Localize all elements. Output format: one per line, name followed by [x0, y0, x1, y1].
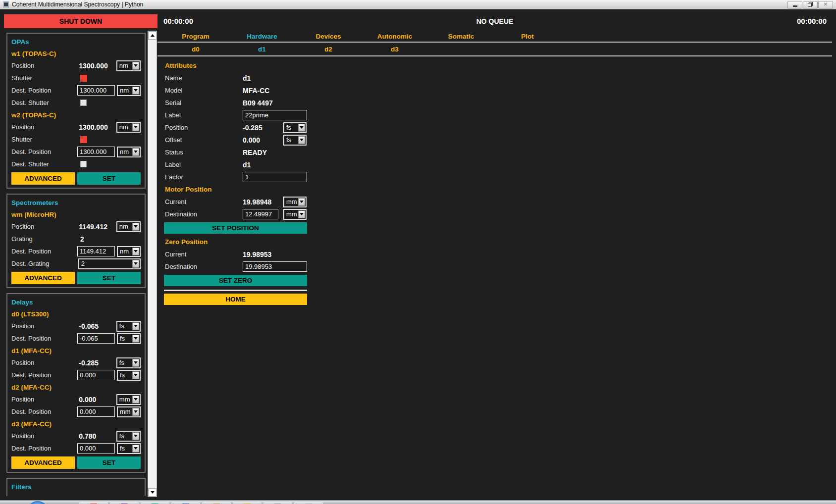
tab-hardware[interactable]: Hardware: [229, 33, 295, 40]
field-label: Name: [165, 74, 243, 82]
tab-d0[interactable]: d0: [162, 46, 229, 53]
scroll-down-button[interactable]: [148, 488, 157, 497]
field-label: Shutter: [11, 74, 80, 82]
position-value: 0.780: [79, 432, 116, 440]
scroll-up-button[interactable]: [148, 31, 157, 40]
start-button[interactable]: [28, 501, 47, 504]
units-value: fs: [285, 136, 298, 144]
taskbar-app-button[interactable]: [233, 502, 261, 504]
units-dropdown[interactable]: nm: [117, 246, 141, 257]
dest-position-input[interactable]: [77, 85, 115, 96]
units-value: mm: [285, 198, 298, 205]
units-value: fs: [118, 335, 132, 342]
dest-grating-dropdown[interactable]: 2: [78, 258, 141, 269]
position-row: Position -0.065 fs: [11, 320, 141, 332]
restore-button[interactable]: [803, 1, 818, 8]
button-row: ADVANCED SET: [11, 172, 141, 185]
minimize-button[interactable]: [787, 1, 802, 8]
advanced-button[interactable]: ADVANCED: [11, 272, 75, 284]
shutter-indicator: [80, 136, 87, 143]
dest-shutter-checkbox[interactable]: [80, 161, 87, 167]
tab-somatic[interactable]: Somatic: [428, 33, 494, 40]
units-dropdown[interactable]: nm: [116, 122, 141, 133]
dest-position-input[interactable]: [77, 147, 115, 157]
motor-current-row: Current 19.98948 mm: [157, 196, 836, 208]
tab-autonomic[interactable]: Autonomic: [362, 33, 428, 40]
units-value: fs: [118, 445, 132, 452]
field-label: Position: [11, 322, 79, 330]
advanced-button[interactable]: ADVANCED: [11, 172, 75, 185]
chevron-down-icon: [132, 223, 139, 231]
units-value: nm: [118, 248, 132, 255]
taskbar-app-button[interactable]: [79, 502, 108, 504]
panel-delays: Delays d0 (LTS300) Position -0.065 fs De…: [6, 293, 146, 473]
units-dropdown[interactable]: nm: [117, 147, 141, 157]
tab-program[interactable]: Program: [162, 33, 229, 40]
set-position-button[interactable]: SET POSITION: [164, 222, 307, 234]
chevron-down-icon: [132, 371, 139, 379]
field-label: Position: [11, 359, 79, 366]
dest-position-input[interactable]: [77, 370, 115, 380]
windows-taskbar[interactable]: [0, 500, 836, 504]
units-dropdown[interactable]: fs: [117, 443, 141, 454]
shutdown-button[interactable]: SHUT DOWN: [4, 14, 157, 28]
tab-d2[interactable]: d2: [295, 46, 362, 53]
dest-position-row: Dest. Position fs: [11, 369, 141, 381]
units-dropdown[interactable]: fs: [116, 431, 141, 442]
units-dropdown[interactable]: nm: [117, 85, 141, 96]
units-dropdown[interactable]: mm: [117, 406, 141, 417]
status-value: READY: [243, 149, 283, 156]
taskbar-app-button[interactable]: [263, 502, 292, 504]
button-row: ADVANCED SET: [11, 272, 141, 284]
units-dropdown[interactable]: fs: [117, 333, 141, 344]
chevron-down-icon: [132, 123, 139, 131]
units-dropdown[interactable]: fs: [283, 135, 307, 146]
taskbar-app-button[interactable]: [110, 502, 139, 504]
dest-position-input[interactable]: [77, 333, 115, 344]
field-label: Position: [11, 396, 79, 403]
taskbar-app-button[interactable]: [171, 502, 200, 504]
factor-input[interactable]: [243, 172, 307, 182]
dest-grating-row: Dest. Grating 2: [11, 257, 141, 270]
units-dropdown[interactable]: nm: [116, 221, 141, 232]
field-label: Offset: [165, 136, 243, 144]
units-dropdown[interactable]: fs: [116, 321, 141, 332]
set-button[interactable]: SET: [77, 272, 141, 284]
units-value: mm: [285, 210, 298, 218]
set-button[interactable]: SET: [77, 172, 141, 185]
units-dropdown[interactable]: nm: [116, 60, 141, 71]
tab-d3[interactable]: d3: [362, 46, 428, 53]
taskbar-app-button[interactable]: [294, 502, 323, 504]
grating-option-value: 2: [80, 260, 132, 267]
tab-d1[interactable]: d1: [229, 46, 295, 53]
taskbar-app-button[interactable]: [141, 502, 169, 504]
set-button[interactable]: SET: [77, 456, 141, 469]
units-dropdown[interactable]: fs: [283, 122, 307, 133]
dest-shutter-checkbox[interactable]: [80, 100, 87, 106]
units-dropdown[interactable]: mm: [116, 394, 141, 405]
dest-position-input[interactable]: [77, 443, 115, 454]
dest-position-input[interactable]: [77, 246, 115, 256]
dest-position-input[interactable]: [77, 406, 115, 417]
taskbar-app-button[interactable]: [202, 502, 231, 504]
sidebar-scrollbar[interactable]: [148, 31, 157, 497]
motor-destination-input[interactable]: [243, 209, 278, 219]
zero-destination-input[interactable]: [243, 261, 307, 272]
units-dropdown[interactable]: fs: [117, 370, 141, 381]
set-zero-button[interactable]: SET ZERO: [164, 275, 307, 286]
units-dropdown[interactable]: mm: [283, 209, 307, 220]
chevron-down-icon: [132, 408, 139, 416]
tab-devices[interactable]: Devices: [295, 33, 362, 40]
tab-plot[interactable]: Plot: [494, 33, 561, 40]
label-input[interactable]: [243, 110, 307, 120]
field-label: Position: [11, 432, 79, 440]
panel-title: Spectrometers: [11, 197, 141, 208]
panel-opas: OPAs w1 (TOPAS-C) Position 1300.000 nm S…: [6, 33, 146, 189]
units-dropdown[interactable]: mm: [283, 197, 307, 207]
home-button[interactable]: HOME: [164, 294, 307, 305]
advanced-button[interactable]: ADVANCED: [11, 456, 75, 469]
window-titlebar[interactable]: Coherent Multidimensional Spectroscopy |…: [0, 0, 836, 9]
close-button[interactable]: ✕: [818, 1, 833, 8]
field-label: Position: [165, 124, 243, 131]
units-dropdown[interactable]: fs: [116, 357, 141, 368]
